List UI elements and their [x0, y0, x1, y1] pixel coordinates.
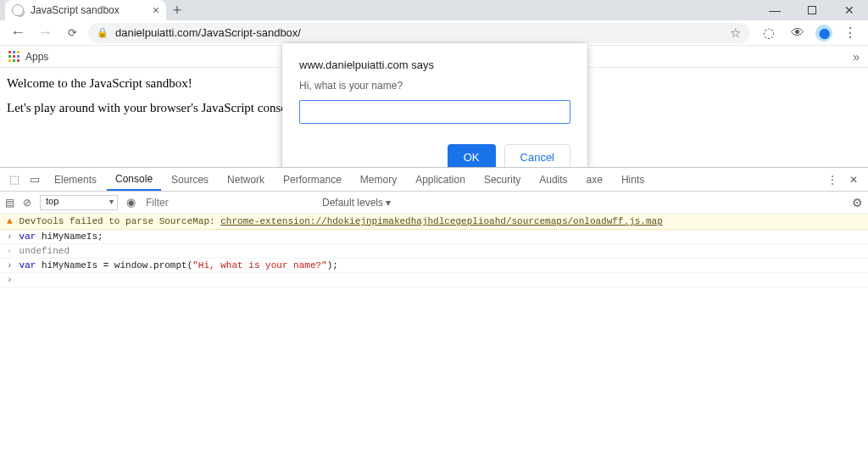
tab-network[interactable]: Network: [219, 168, 273, 191]
warning-link[interactable]: chrome-extension://hdokiejnpimakedhajhdl…: [220, 216, 663, 226]
context-selector[interactable]: top: [40, 195, 118, 210]
tab-console[interactable]: Console: [107, 168, 161, 191]
filter-input[interactable]: [144, 196, 314, 209]
tab-sources[interactable]: Sources: [163, 168, 217, 191]
input-chevron-icon: ›: [7, 260, 13, 270]
bookmark-star-icon[interactable]: ☆: [730, 25, 741, 41]
apps-icon[interactable]: [8, 51, 20, 63]
tab-title: JavaScript sandbox: [31, 4, 120, 16]
tab-audits[interactable]: Audits: [531, 168, 576, 191]
live-expression-icon[interactable]: ◉: [126, 196, 136, 209]
overflow-chevron-icon[interactable]: »: [853, 50, 860, 64]
window-controls: — ✕: [756, 0, 868, 20]
prompt-input[interactable]: [299, 100, 570, 124]
devtools-close-icon[interactable]: ✕: [849, 174, 858, 186]
address-bar[interactable]: 🔒 danielpuiatti.com/JavaScript-sandbox/ …: [88, 23, 749, 43]
devtools-more-icon[interactable]: ⋮: [827, 174, 837, 186]
inspect-icon[interactable]: ⬚: [5, 173, 24, 186]
new-tab-button[interactable]: +: [166, 0, 188, 20]
console-settings-icon[interactable]: ⚙: [852, 196, 863, 209]
console-input-row: ›var hiMyNameIs = window.prompt("Hi, wha…: [0, 259, 868, 273]
input-chevron-icon: ›: [7, 231, 13, 242]
cancel-button[interactable]: Cancel: [504, 144, 570, 170]
warning-icon: ▲: [7, 216, 13, 226]
devtools-tabs: ⬚ ▭ Elements Console Sources Network Per…: [0, 168, 868, 192]
lock-icon: 🔒: [97, 27, 108, 38]
device-toggle-icon[interactable]: ▭: [25, 173, 44, 186]
tab-security[interactable]: Security: [476, 168, 529, 191]
close-window-button[interactable]: ✕: [831, 0, 868, 20]
globe-icon: [12, 4, 24, 16]
dialog-host: www.danielpuiatti.com says: [299, 59, 570, 71]
sourcemap-warning: ▲ DevTools failed to parse SourceMap: ch…: [0, 214, 868, 230]
extension-icon[interactable]: ◌: [758, 22, 780, 44]
maximize-button[interactable]: [793, 0, 831, 20]
forward-button[interactable]: →: [34, 22, 56, 44]
tab-elements[interactable]: Elements: [46, 168, 105, 191]
browser-toolbar: ← → ⟳ 🔒 danielpuiatti.com/JavaScript-san…: [0, 20, 868, 46]
back-button[interactable]: ←: [7, 22, 29, 44]
input-chevron-icon: ›: [7, 275, 13, 285]
tab-performance[interactable]: Performance: [275, 168, 350, 191]
ok-button[interactable]: OK: [448, 144, 496, 170]
close-tab-icon[interactable]: ×: [153, 3, 159, 17]
apps-label[interactable]: Apps: [25, 51, 48, 63]
output-chevron-icon: ‹: [7, 246, 13, 256]
console-filter-bar: ▤ ⊘ top ◉ Default levels ▾ ⚙: [0, 192, 868, 214]
menu-button[interactable]: ⋮: [839, 22, 861, 44]
dialog-message: Hi, what is your name?: [299, 80, 570, 92]
tab-application[interactable]: Application: [407, 168, 474, 191]
clear-console-icon[interactable]: ⊘: [23, 197, 31, 209]
tab-axe[interactable]: axe: [578, 168, 611, 191]
tab-hints[interactable]: Hints: [613, 168, 653, 191]
js-prompt-dialog: www.danielpuiatti.com says Hi, what is y…: [282, 43, 587, 183]
console-output: ›var hiMyNameIs; ‹undefined ›var hiMyNam…: [0, 230, 868, 287]
console-input-row: ›var hiMyNameIs;: [0, 230, 868, 244]
url-text: danielpuiatti.com/JavaScript-sandbox/: [115, 26, 301, 39]
browser-tab[interactable]: JavaScript sandbox ×: [5, 0, 166, 20]
reload-button[interactable]: ⟳: [61, 22, 83, 44]
eye-icon[interactable]: 👁: [787, 22, 809, 44]
devtools-panel: ⬚ ▭ Elements Console Sources Network Per…: [0, 167, 868, 457]
profile-avatar[interactable]: ⬤: [815, 25, 832, 42]
console-output-row: ‹undefined: [0, 244, 868, 259]
warning-text: DevTools failed to parse SourceMap:: [19, 216, 221, 226]
log-levels-selector[interactable]: Default levels ▾: [322, 197, 391, 209]
minimize-button[interactable]: —: [756, 0, 793, 20]
tab-strip: JavaScript sandbox × + — ✕: [0, 0, 868, 20]
tab-memory[interactable]: Memory: [352, 168, 405, 191]
sidebar-toggle-icon[interactable]: ▤: [5, 197, 14, 209]
console-prompt-row[interactable]: ›: [0, 273, 868, 287]
